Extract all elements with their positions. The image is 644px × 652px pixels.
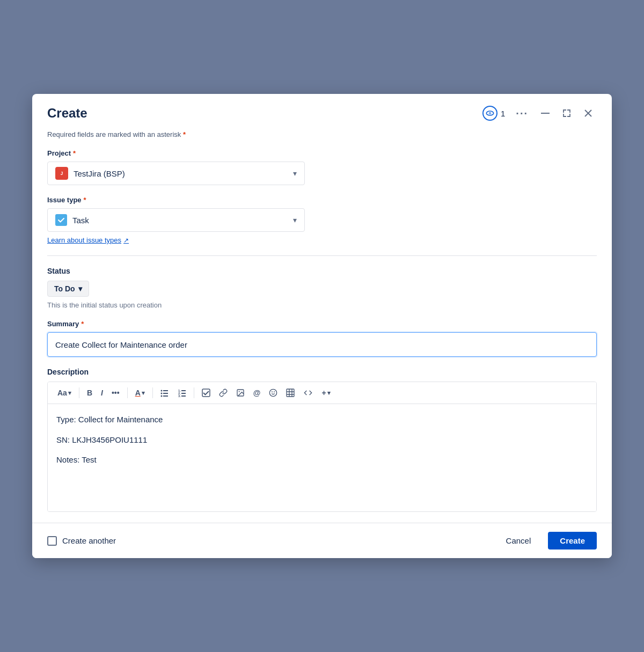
status-label: Status xyxy=(47,267,597,275)
summary-field-group: Summary* xyxy=(47,320,597,357)
project-field-group: Project* J TestJira (BSP) ▾ xyxy=(47,149,597,185)
toolbar-font-chevron-icon: ▾ xyxy=(68,390,71,397)
issue-type-field-group: Issue type* Task ▾ Learn about issue typ… xyxy=(47,196,597,245)
status-hint: This is the initial status upon creation xyxy=(47,301,597,309)
numbered-list-button[interactable]: 1. 2. 3. xyxy=(174,386,189,399)
description-editor: Aa ▾ B I ••• A ▾ xyxy=(47,382,597,512)
svg-point-23 xyxy=(238,391,239,392)
dialog-footer: Create another Cancel Create xyxy=(32,523,612,558)
bold-button[interactable]: B xyxy=(84,386,96,399)
task-type-icon xyxy=(55,214,67,226)
create-another-label[interactable]: Create another xyxy=(47,536,116,546)
footer-buttons: Cancel Create xyxy=(495,532,597,550)
svg-point-2 xyxy=(489,113,491,114)
svg-rect-3 xyxy=(541,113,550,114)
italic-button[interactable]: I xyxy=(98,386,106,399)
description-line-3: Notes: Test xyxy=(56,453,588,467)
project-label: Project* xyxy=(47,149,597,157)
description-line-1: Type: Collect for Maintenance xyxy=(56,413,588,427)
svg-point-9 xyxy=(160,390,162,392)
dialog-body: Required fields are marked with an aster… xyxy=(32,130,612,523)
svg-point-13 xyxy=(160,395,162,397)
status-field-group: Status To Do ▾ This is the initial statu… xyxy=(47,267,597,309)
create-another-checkbox[interactable] xyxy=(47,536,57,546)
svg-rect-12 xyxy=(163,393,168,394)
summary-input[interactable] xyxy=(47,332,597,357)
svg-point-25 xyxy=(272,391,273,392)
more-toolbar-button[interactable]: +▾ xyxy=(318,386,333,399)
svg-point-11 xyxy=(160,393,162,394)
toolbar-separator-2 xyxy=(127,387,128,398)
svg-rect-10 xyxy=(163,390,168,391)
status-chevron-down-icon: ▾ xyxy=(78,284,82,293)
divider xyxy=(47,255,597,256)
dialog-header: Create 1 ··· xyxy=(32,94,612,130)
toolbar-separator-1 xyxy=(79,387,79,398)
status-dropdown[interactable]: To Do ▾ xyxy=(47,281,89,297)
minimize-button[interactable] xyxy=(537,105,554,122)
project-icon: J xyxy=(55,167,68,180)
cancel-button[interactable]: Cancel xyxy=(495,532,542,550)
close-button[interactable] xyxy=(580,105,597,122)
editor-toolbar: Aa ▾ B I ••• A ▾ xyxy=(48,382,596,404)
issue-type-chevron-down-icon: ▾ xyxy=(293,216,297,224)
create-dialog: Create 1 ··· xyxy=(32,94,612,558)
external-link-icon: ↗ xyxy=(123,237,129,244)
header-actions: 1 ··· xyxy=(482,105,597,122)
learn-about-issue-types-link[interactable]: Learn about issue types ↗ xyxy=(47,236,129,244)
project-value: TestJira (BSP) xyxy=(74,169,293,178)
toolbar-separator-3 xyxy=(152,387,153,398)
code-button[interactable] xyxy=(300,386,316,399)
project-chevron-down-icon: ▾ xyxy=(293,169,297,178)
svg-point-24 xyxy=(270,389,277,396)
mention-button[interactable]: @ xyxy=(250,386,264,399)
description-label: Description xyxy=(47,368,597,376)
create-button[interactable]: Create xyxy=(548,532,597,550)
checkbox-toolbar-button[interactable] xyxy=(199,386,214,399)
description-line-2: SN: LKJH3456POIU1111 xyxy=(56,433,588,447)
issue-type-label: Issue type* xyxy=(47,196,597,204)
svg-point-26 xyxy=(274,391,275,392)
bullet-list-button[interactable] xyxy=(157,386,172,399)
svg-rect-16 xyxy=(181,390,186,391)
toolbar-separator-4 xyxy=(194,387,194,398)
expand-button[interactable] xyxy=(558,105,575,122)
svg-text:J: J xyxy=(61,171,63,176)
status-value: To Do xyxy=(54,284,75,293)
watchers-badge: 1 xyxy=(482,106,505,121)
watcher-count: 1 xyxy=(501,109,505,118)
required-notice: Required fields are marked with an aster… xyxy=(47,130,597,138)
link-button[interactable] xyxy=(216,386,231,399)
color-chevron-icon: ▾ xyxy=(142,390,145,397)
watchers-eye-icon xyxy=(482,106,497,121)
svg-text:3.: 3. xyxy=(178,394,181,397)
svg-rect-20 xyxy=(181,395,186,397)
image-button[interactable] xyxy=(233,386,248,399)
font-style-button[interactable]: Aa ▾ xyxy=(54,386,75,399)
svg-rect-27 xyxy=(287,389,294,397)
more-text-options-button[interactable]: ••• xyxy=(108,386,123,399)
description-field-group: Description Aa ▾ B I ••• A xyxy=(47,368,597,512)
project-select[interactable]: J TestJira (BSP) ▾ xyxy=(47,162,305,185)
issue-type-select[interactable]: Task ▾ xyxy=(47,208,305,232)
summary-label: Summary* xyxy=(47,320,597,328)
svg-rect-18 xyxy=(181,393,186,394)
table-button[interactable] xyxy=(283,386,298,399)
text-color-button[interactable]: A ▾ xyxy=(132,386,148,399)
more-options-button[interactable]: ··· xyxy=(511,105,532,122)
emoji-button[interactable] xyxy=(266,386,281,399)
svg-rect-14 xyxy=(163,395,168,397)
description-content[interactable]: Type: Collect for Maintenance SN: LKJH34… xyxy=(48,404,596,511)
create-another-text: Create another xyxy=(62,536,116,545)
issue-type-value: Task xyxy=(72,216,293,225)
dialog-title: Create xyxy=(47,106,87,121)
